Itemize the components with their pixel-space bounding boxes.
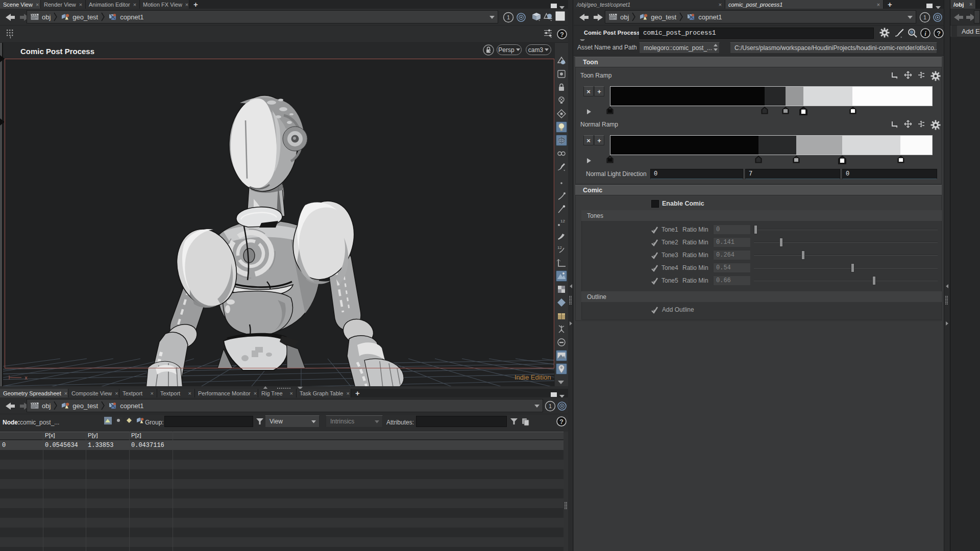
svg-text:?: ? [937, 30, 941, 37]
svg-text:i: i [924, 30, 926, 37]
svg-text:x: x [24, 375, 28, 381]
svg-text:12: 12 [560, 219, 565, 223]
svg-text:1: 1 [923, 14, 926, 20]
svg-text:1: 1 [549, 403, 552, 409]
svg-text:12: 12 [557, 245, 562, 250]
svg-text:?: ? [560, 31, 564, 38]
svg-text:?: ? [559, 418, 564, 425]
svg-text:1: 1 [507, 14, 510, 20]
